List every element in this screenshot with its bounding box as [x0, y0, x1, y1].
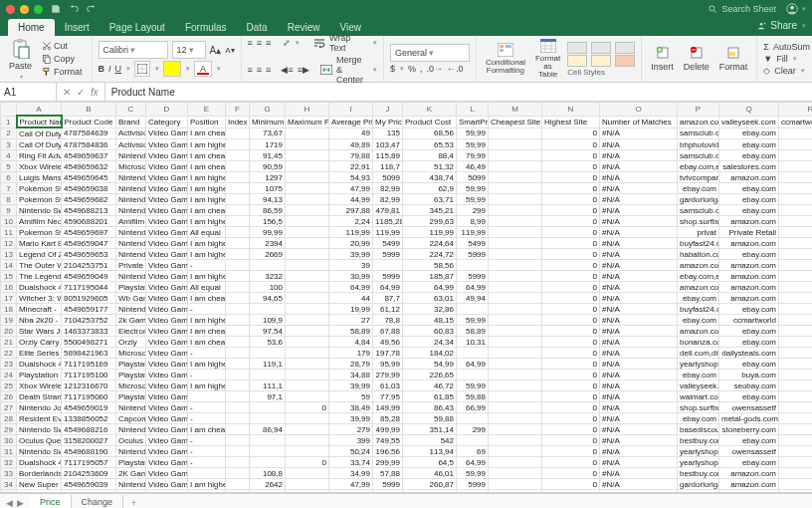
italic-button[interactable]: I [108, 64, 111, 74]
cell[interactable]: Video Game [146, 490, 188, 494]
name-box[interactable]: A1 [0, 83, 57, 101]
cell[interactable]: #N/A [600, 172, 678, 183]
cell[interactable] [489, 479, 542, 490]
insert-cells-button[interactable]: Insert [648, 45, 677, 73]
cell[interactable]: samsclub.com [678, 150, 719, 161]
cell[interactable] [286, 391, 329, 402]
cell[interactable]: 4549659039 [62, 479, 116, 490]
cell[interactable] [286, 227, 329, 238]
undo-icon[interactable] [69, 4, 79, 14]
cell[interactable]: stoneberry.com [719, 424, 779, 435]
cell[interactable] [226, 337, 250, 348]
cell[interactable]: 64,99 [373, 282, 403, 293]
cell[interactable]: 2642 [250, 479, 286, 490]
cell[interactable] [286, 282, 329, 293]
cell[interactable] [226, 227, 250, 238]
cell[interactable] [250, 446, 286, 457]
cell[interactable]: 10,31 [457, 337, 489, 348]
cell[interactable]: Playstation [116, 359, 146, 370]
sheet-tab-price[interactable]: Price [30, 495, 72, 508]
cell[interactable]: Call Of Duty [17, 127, 62, 139]
cell[interactable] [226, 127, 250, 139]
cell[interactable]: 4549659632 [62, 161, 116, 172]
cell[interactable]: 351,14 [403, 424, 457, 435]
cell[interactable]: amazon.com [719, 282, 779, 293]
cell[interactable]: Video Game Average [146, 468, 188, 479]
row-header-20[interactable]: 20 [1, 326, 17, 337]
row-header-28[interactable]: 28 [1, 413, 17, 424]
search-box[interactable]: Search Sheet [708, 4, 776, 14]
cell[interactable]: Xbox Wireles [17, 381, 62, 391]
cell[interactable]: ebay.com [719, 139, 779, 150]
cell[interactable]: Video Game [146, 139, 188, 150]
cell[interactable]: Pokémon Sw [17, 194, 62, 205]
cell[interactable]: 86,59 [250, 205, 286, 216]
cell[interactable]: 5500498271 [62, 337, 116, 348]
cell[interactable]: ebay.com [719, 205, 779, 216]
cell[interactable]: 34,99 [329, 468, 373, 479]
cell[interactable]: gardorloriga. [678, 194, 719, 205]
add-sheet-button[interactable]: + [123, 496, 144, 508]
cell[interactable]: Xbox Wireles [17, 161, 62, 172]
cell[interactable]: 24,34 [403, 337, 457, 348]
cell[interactable]: 4549659645 [62, 172, 116, 183]
cell[interactable]: 86,94 [250, 424, 286, 435]
sheet-nav-next-icon[interactable]: ▶ [17, 498, 24, 508]
cell[interactable] [226, 282, 250, 293]
cell[interactable]: Video Game [146, 227, 188, 238]
cell[interactable]: Nintendo [116, 172, 146, 183]
cell[interactable]: 49,56 [373, 337, 403, 348]
comma-button[interactable]: , [420, 64, 423, 74]
cell[interactable] [779, 139, 813, 150]
cell[interactable]: bonanza.com [678, 337, 719, 348]
cell[interactable]: 46,01 [403, 468, 457, 479]
cell[interactable] [779, 359, 813, 370]
cell[interactable] [489, 381, 542, 391]
cell[interactable]: Video Game [146, 315, 188, 326]
cell[interactable]: amazon.com [678, 326, 719, 337]
cell[interactable] [779, 282, 813, 293]
cell[interactable]: dailysteals.com [719, 490, 779, 494]
cell[interactable] [489, 468, 542, 479]
cell[interactable]: ebay.com [678, 413, 719, 424]
cell[interactable]: 39,99 [329, 413, 373, 424]
cell[interactable]: buya.com [719, 370, 779, 381]
cell[interactable] [226, 249, 250, 260]
cell[interactable]: amazon.com [719, 260, 779, 271]
cell[interactable]: Nintendo [116, 183, 146, 194]
cell[interactable]: #N/A [600, 249, 678, 260]
user-menu[interactable]: ▾ [786, 3, 806, 15]
cell[interactable]: 82,99 [373, 194, 403, 205]
cell[interactable] [250, 348, 286, 359]
cell[interactable]: 82,99 [373, 183, 403, 194]
col-header-D[interactable]: D [146, 103, 188, 117]
cell[interactable]: 59,99 [457, 381, 489, 391]
cell[interactable]: 479,81 [373, 205, 403, 216]
cell[interactable]: 2394 [250, 238, 286, 249]
cell[interactable]: 113,94 [403, 446, 457, 457]
cell[interactable]: Witcher 3: W [17, 293, 62, 304]
cell[interactable] [226, 446, 250, 457]
cell[interactable]: 1463373833 [62, 326, 116, 337]
row-header-22[interactable]: 22 [1, 348, 17, 359]
tab-formulas[interactable]: Formulas [175, 19, 237, 36]
cell[interactable]: 99,99 [250, 227, 286, 238]
cell[interactable]: #N/A [600, 139, 678, 150]
cell[interactable] [779, 337, 813, 348]
cell[interactable] [489, 490, 542, 494]
cell[interactable]: I am highest [188, 183, 226, 194]
cell[interactable] [779, 381, 813, 391]
cell[interactable]: 4549688213 [62, 205, 116, 216]
percent-button[interactable]: % [408, 64, 416, 74]
cell[interactable] [226, 238, 250, 249]
cell[interactable]: 61,12 [373, 304, 403, 315]
cell[interactable]: #N/A [600, 348, 678, 359]
cell[interactable] [489, 402, 542, 413]
cell[interactable]: 5999 [373, 249, 403, 260]
cell[interactable] [226, 315, 250, 326]
cell[interactable]: 0 [542, 238, 600, 249]
row-header-8[interactable]: 8 [1, 194, 17, 205]
cell[interactable] [286, 359, 329, 370]
cell[interactable]: 2K Games [116, 468, 146, 479]
cell[interactable]: #N/A [600, 490, 678, 494]
